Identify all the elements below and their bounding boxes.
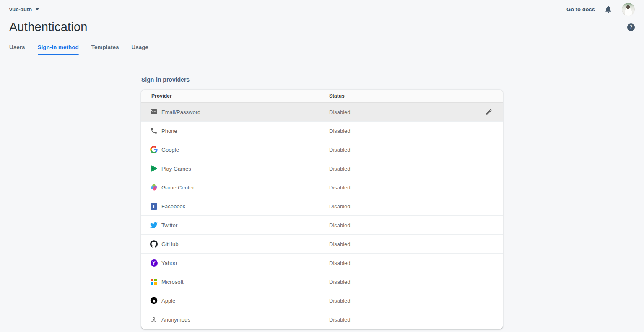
notifications-bell-icon[interactable] [604,5,613,14]
tab-usage[interactable]: Usage [132,42,149,55]
status-text: Disabled [329,128,503,134]
tab-bar: Users Sign-in method Templates Usage [0,42,644,55]
status-text: Disabled [329,184,503,191]
provider-name: Google [161,147,179,153]
main-content: Sign-in providers Provider Status Email/… [0,55,644,329]
provider-name: Yahoo [161,260,177,266]
page-title: Authentication [9,20,88,34]
table-header-row: Provider Status [141,90,503,103]
table-row-apple[interactable]: Apple Disabled [141,291,503,310]
table-row-facebook[interactable]: f Facebook Disabled [141,197,503,216]
email-icon [150,108,158,116]
game-center-icon: Game Center [141,184,329,191]
edit-pencil-icon[interactable] [485,108,493,116]
provider-cell: Phone [141,127,329,135]
tab-sign-in-method[interactable]: Sign-in method [38,42,79,55]
provider-name: Play Games [161,166,191,172]
chevron-down-icon [35,8,39,10]
provider-name: Facebook [161,203,185,210]
status-text: Disabled [329,298,503,304]
phone-icon [150,127,158,135]
project-selector[interactable]: vue-auth [9,6,39,13]
table-row-play-games[interactable]: Play Games Disabled [141,159,503,178]
github-icon [150,240,158,248]
table-row-game-center[interactable]: Game Center Disabled [141,178,503,197]
table-row-google[interactable]: Google Disabled [141,140,503,159]
title-row: Authentication ? [0,20,644,34]
provider-cell: Apple [141,297,329,304]
provider-cell: Microsoft [141,278,329,285]
provider-name: Phone [161,128,177,134]
sign-in-providers-table: Provider Status Email/Password Disabled [141,90,503,329]
status-text: Disabled [329,279,503,285]
user-avatar[interactable] [622,3,635,16]
status-text: Disabled [329,109,485,115]
section-heading: Sign-in providers [141,76,503,83]
project-name: vue-auth [9,6,32,13]
provider-name: Microsoft [161,279,184,285]
column-header-status: Status [329,93,503,99]
provider-name: Apple [161,298,175,304]
status-text: Disabled [329,166,503,172]
table-row-phone[interactable]: Phone Disabled [141,122,503,140]
provider-cell: Anonymous [141,316,329,324]
status-text: Disabled [329,147,503,153]
play-games-icon [150,165,158,172]
provider-cell: f Facebook [141,202,329,210]
provider-cell: Y Yahoo [141,259,329,267]
table-row-yahoo[interactable]: Y Yahoo Disabled [141,254,503,272]
anonymous-person-icon [150,316,158,324]
microsoft-icon [150,278,158,285]
provider-cell: Email/Password [141,108,329,116]
table-row-twitter[interactable]: Twitter Disabled [141,216,503,235]
column-header-provider: Provider [141,93,329,99]
facebook-icon: f [150,202,158,210]
table-row-email-password[interactable]: Email/Password Disabled [141,103,503,122]
provider-name: Anonymous [161,316,190,323]
provider-cell: Play Games [141,165,329,172]
status-text: Disabled [329,222,503,228]
apple-icon [150,297,158,304]
provider-name: Twitter [161,222,177,228]
status-text: Disabled [329,316,503,323]
provider-cell: GitHub [141,240,329,248]
provider-cell: Twitter [141,221,329,229]
topbar: vue-auth Go to docs [0,0,644,18]
tab-templates[interactable]: Templates [91,42,119,55]
yahoo-icon: Y [150,259,158,267]
table-row-microsoft[interactable]: Microsoft Disabled [141,272,503,291]
game-center-bubbles-icon [150,184,158,191]
go-to-docs-link[interactable]: Go to docs [566,6,595,13]
status-text: Disabled [329,241,503,247]
table-row-anonymous[interactable]: Anonymous Disabled [141,310,503,329]
twitter-icon [150,221,158,229]
google-icon [150,146,158,153]
status-text: Disabled [329,203,503,210]
provider-cell: Google [141,146,329,153]
provider-name: Email/Password [161,109,200,115]
help-icon[interactable]: ? [627,23,635,31]
table-row-github[interactable]: GitHub Disabled [141,235,503,254]
provider-name: GitHub [161,241,178,247]
status-text: Disabled [329,260,503,266]
tab-users[interactable]: Users [9,42,25,55]
provider-name: Game Center [161,184,194,191]
topbar-actions: Go to docs [566,3,635,16]
